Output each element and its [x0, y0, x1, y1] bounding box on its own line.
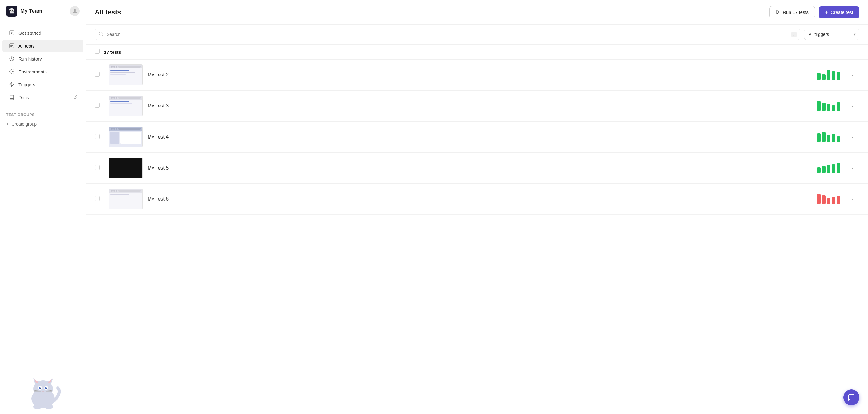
table-row: My Test 6 ⋯ [86, 184, 868, 215]
svg-line-8 [75, 96, 76, 97]
svg-point-21 [40, 387, 41, 388]
search-icon [98, 31, 103, 37]
sidebar: My Team Get started [0, 0, 86, 414]
bar-3 [827, 198, 831, 204]
test-name: My Test 2 [148, 72, 812, 78]
test-bars [817, 132, 840, 142]
test-thumbnail [109, 127, 143, 147]
play-icon [776, 10, 780, 14]
more-options-button[interactable]: ⋯ [849, 70, 859, 79]
create-button-label: Create test [831, 9, 853, 15]
svg-point-0 [10, 10, 11, 11]
bar-5 [837, 196, 840, 204]
sidebar-item-label: Triggers [19, 82, 35, 87]
bar-2 [822, 74, 826, 80]
sidebar-item-label: Environments [19, 69, 47, 74]
run-tests-button[interactable]: Run 17 tests [769, 6, 815, 18]
test-bars [817, 163, 840, 173]
all-tests-icon [9, 43, 15, 49]
test-name: My Test 4 [148, 134, 812, 140]
sidebar-item-docs[interactable]: Docs [2, 91, 83, 104]
sidebar-header: My Team [0, 0, 86, 23]
svg-point-22 [46, 387, 47, 388]
svg-marker-7 [9, 82, 14, 87]
test-bars [817, 194, 840, 204]
sidebar-navigation: Get started All tests Run history [0, 23, 86, 108]
create-test-button[interactable]: + Create test [819, 6, 859, 18]
tests-count: 17 tests [104, 49, 121, 55]
plus-icon: + [6, 121, 9, 127]
chat-support-button[interactable] [843, 389, 859, 405]
page-title: All tests [95, 8, 121, 16]
filter-wrapper: All triggers Manual Scheduled CI/CD ▾ [804, 29, 859, 40]
test-name: My Test 3 [148, 103, 812, 109]
row-checkbox[interactable] [95, 165, 100, 171]
sidebar-item-run-history[interactable]: Run history [2, 53, 83, 65]
svg-point-29 [44, 404, 53, 409]
svg-point-28 [33, 404, 42, 409]
chat-icon [848, 394, 855, 401]
bar-1 [817, 101, 820, 111]
run-history-icon [9, 56, 15, 62]
search-input[interactable] [95, 29, 800, 40]
bar-5 [837, 102, 840, 111]
bar-4 [832, 197, 835, 204]
row-checkbox[interactable] [95, 103, 100, 109]
sidebar-item-label: Run history [19, 56, 42, 61]
sidebar-item-label: Docs [19, 95, 29, 100]
create-group-button[interactable]: + Create group [0, 119, 86, 129]
sidebar-avatar[interactable] [70, 6, 80, 16]
toolbar: / All triggers Manual Scheduled CI/CD ▾ [86, 25, 868, 44]
sidebar-item-label: All tests [19, 43, 35, 48]
bar-5 [837, 72, 840, 80]
more-options-button[interactable]: ⋯ [849, 101, 859, 110]
sidebar-item-environments[interactable]: Environments [2, 65, 83, 78]
svg-point-1 [12, 10, 13, 11]
row-checkbox[interactable] [95, 72, 100, 78]
main-header: All tests Run 17 tests + Create test [86, 0, 868, 25]
bar-3 [827, 165, 831, 173]
plus-icon: + [825, 9, 828, 15]
search-wrapper: / [95, 29, 800, 40]
svg-point-31 [99, 32, 102, 35]
get-started-icon [9, 30, 15, 36]
bar-1 [817, 167, 820, 173]
row-checkbox[interactable] [95, 196, 100, 202]
more-options-button[interactable]: ⋯ [849, 195, 859, 204]
test-groups-section: Test groups + Create group [0, 108, 86, 129]
row-checkbox[interactable] [95, 134, 100, 140]
bar-4 [832, 164, 835, 173]
svg-line-32 [102, 35, 103, 36]
search-kbd: / [792, 32, 797, 37]
test-thumbnail [109, 188, 143, 209]
sidebar-item-get-started[interactable]: Get started [2, 27, 83, 39]
bar-4 [832, 134, 835, 142]
test-groups-title: Test groups [0, 108, 86, 119]
header-actions: Run 17 tests + Create test [769, 6, 859, 18]
bar-2 [822, 132, 826, 142]
test-bars [817, 101, 840, 111]
table-row: My Test 3 ⋯ [86, 91, 868, 122]
test-name: My Test 5 [148, 165, 812, 171]
bar-2 [822, 103, 826, 111]
more-options-button[interactable]: ⋯ [849, 163, 859, 173]
test-name: My Test 6 [148, 196, 812, 202]
more-options-button[interactable]: ⋯ [849, 132, 859, 142]
bar-1 [817, 194, 820, 204]
bar-4 [832, 105, 835, 111]
environments-icon [9, 68, 15, 75]
sidebar-item-all-tests[interactable]: All tests [2, 40, 83, 52]
bar-3 [827, 135, 831, 142]
test-thumbnail [109, 158, 143, 178]
trigger-filter-select[interactable]: All triggers Manual Scheduled CI/CD [804, 29, 859, 40]
create-group-label: Create group [11, 122, 37, 127]
sidebar-logo: My Team [6, 5, 42, 16]
select-all-checkbox[interactable] [95, 49, 100, 55]
test-thumbnail [109, 65, 143, 85]
table-row: My Test 4 ⋯ [86, 122, 868, 152]
external-link-icon [73, 95, 77, 100]
sidebar-item-label: Get started [19, 30, 41, 36]
bar-4 [832, 71, 835, 80]
triggers-icon [9, 81, 15, 88]
sidebar-item-triggers[interactable]: Triggers [2, 78, 83, 91]
